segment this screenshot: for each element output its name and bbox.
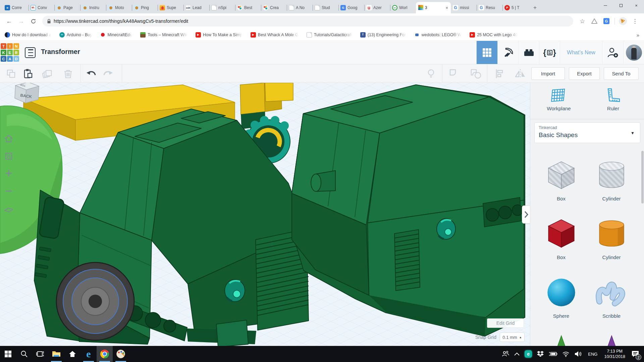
shape-library-dropdown[interactable]: Tinkercad Basic Shapes ▼ (534, 122, 640, 143)
snap-grid-select[interactable]: 0.1 mm ▲ (500, 333, 525, 342)
taskbar-explorer-button[interactable] (48, 346, 64, 362)
bookmark-item[interactable]: ▶How To Make a Simp (196, 32, 243, 38)
bookmark-item[interactable]: MinecraftEdu (100, 32, 132, 38)
3d-viewport[interactable]: BACK TOP Edit Grid Snap Grid 0.1 mm ▲ (0, 83, 530, 346)
brick-mode-button[interactable] (518, 41, 539, 64)
tinkercad-logo[interactable]: TINKERCAD (1, 43, 19, 62)
taskbar-search-button[interactable] (16, 346, 32, 362)
translate-extension-icon[interactable]: G (601, 16, 611, 26)
window-maximize-button[interactable] (613, 0, 629, 11)
browser-tab[interactable]: nSpi (209, 2, 235, 13)
mirror-button[interactable] (515, 68, 526, 79)
copy-button[interactable] (5, 68, 17, 79)
bookmark-star-button[interactable]: ☆ (577, 16, 587, 26)
tray-dropbox-icon[interactable] (534, 346, 546, 362)
duplicate-button[interactable] (42, 68, 53, 79)
browser-tab[interactable]: Supe (158, 2, 183, 13)
bookmark-item[interactable]: ▶Best Whack A Mole G (251, 32, 299, 38)
taskbar-home-button[interactable] (64, 346, 80, 362)
shape-cone-green[interactable] (536, 332, 586, 346)
new-tab-button[interactable]: + (530, 3, 540, 12)
paste-button[interactable] (22, 68, 34, 79)
dashboard-grid-button[interactable] (476, 41, 497, 64)
ungroup-button[interactable] (470, 68, 482, 79)
view-home-button[interactable] (3, 133, 14, 144)
browser-tab[interactable]: Gmissi (451, 2, 477, 13)
bookmark-item[interactable]: f(13) Engineering For (360, 32, 406, 38)
tray-volume-icon[interactable] (572, 346, 585, 362)
url-field[interactable]: https://www.tinkercad.com/things/kA48Aws… (42, 16, 573, 26)
minecraft-mode-button[interactable] (497, 41, 518, 64)
ruler-tool[interactable]: Ruler (588, 87, 638, 111)
workplane-view-button[interactable] (3, 203, 14, 214)
browser-tab[interactable]: wsWorl (390, 2, 416, 13)
invite-button[interactable] (602, 41, 623, 64)
tray-battery-icon[interactable] (546, 346, 560, 362)
tray-chevron-up-icon[interactable] (512, 346, 522, 362)
browser-tab[interactable]: Moto (106, 2, 132, 13)
browser-tab[interactable]: uAzer (364, 2, 390, 13)
tab-close-icon[interactable]: × (445, 5, 449, 10)
sidebar-collapse-handle[interactable] (522, 205, 530, 224)
sidebar-scrollbar-thumb[interactable] (641, 151, 644, 203)
codeblocks-button[interactable]: { } (539, 41, 560, 64)
show-all-button[interactable] (425, 68, 437, 79)
browser-tab[interactable]: edXLead (183, 2, 209, 13)
edit-grid-button[interactable]: Edit Grid (487, 318, 524, 328)
browser-tab[interactable]: Stud (313, 2, 338, 13)
browser-tab[interactable]: Best (235, 2, 261, 13)
browser-tab[interactable]: Crea (261, 2, 287, 13)
align-button[interactable] (494, 68, 505, 79)
shape-cyl-striped[interactable]: Cylinder (586, 156, 637, 201)
workplane-tool[interactable]: Workplane (534, 87, 584, 111)
shape-scribble[interactable]: Scribble (586, 273, 637, 319)
fit-view-button[interactable] (3, 151, 14, 162)
tray-people-icon[interactable] (499, 346, 512, 362)
bookmark-item[interactable]: Tools – Minecraft Wik (140, 32, 187, 38)
view-cube[interactable]: BACK TOP (4, 83, 44, 111)
browser-tab[interactable]: Ping (132, 2, 158, 13)
bookmarks-overflow-button[interactable]: » (637, 29, 639, 41)
drive-extension-icon[interactable] (589, 16, 599, 26)
taskbar-paint-button[interactable] (113, 346, 129, 362)
browser-tab[interactable]: P5 | T (502, 2, 528, 13)
send-to-button[interactable]: Send To (604, 67, 639, 80)
shape-cyl-orange[interactable]: Cylinder (586, 215, 637, 260)
taskbar-chrome-button[interactable] (97, 346, 113, 362)
redo-button[interactable] (102, 68, 114, 79)
reload-button[interactable] (28, 16, 38, 26)
shape-cone-purple[interactable] (586, 332, 637, 346)
zoom-in-button[interactable] (3, 168, 14, 179)
browser-tab[interactable]: oCorre (3, 2, 29, 13)
design-title[interactable]: Transformer (41, 48, 80, 56)
bookmark-item[interactable]: Tutorials/Galacticraft (307, 32, 352, 38)
window-minimize-button[interactable] (598, 0, 613, 11)
browser-tab[interactable]: Instru (80, 2, 106, 13)
bookmark-item[interactable]: ∞Arduino - Buy (59, 32, 92, 38)
zoom-out-button[interactable] (3, 186, 14, 196)
browser-tab[interactable]: Page (54, 2, 80, 13)
browser-tab[interactable]: M:Conv (29, 2, 54, 13)
delete-button[interactable] (62, 68, 74, 79)
shape-sphere[interactable]: Sphere (536, 273, 586, 319)
whats-new-link[interactable]: What's New (560, 41, 602, 64)
import-button[interactable]: Import (531, 67, 565, 80)
account-menu[interactable] (623, 41, 644, 64)
bookmark-item[interactable]: ▶25 MOC with Lego 40 (470, 32, 518, 38)
window-close-button[interactable]: × (629, 0, 644, 11)
taskbar-taskview-button[interactable] (32, 346, 48, 362)
browser-tab[interactable]: GResu (477, 2, 502, 13)
browser-tab-active[interactable]: 3× (416, 2, 451, 13)
taskbar-edge-button[interactable]: e (80, 346, 97, 362)
browser-tab[interactable]: GGoog (338, 2, 364, 13)
export-button[interactable]: Export (569, 67, 600, 80)
shape-box-red[interactable]: Box (536, 215, 586, 260)
language-indicator[interactable]: ENG (585, 346, 601, 362)
browser-tab[interactable]: A No (287, 2, 313, 13)
bookmark-item[interactable]: wedobots: LEGO® W (414, 32, 462, 38)
undo-button[interactable] (86, 68, 97, 79)
properties-list-icon[interactable] (25, 47, 36, 58)
tray-wifi-icon[interactable] (560, 346, 572, 362)
taskbar-start-button[interactable] (0, 346, 16, 362)
action-center-button[interactable]: 2 (629, 346, 644, 362)
